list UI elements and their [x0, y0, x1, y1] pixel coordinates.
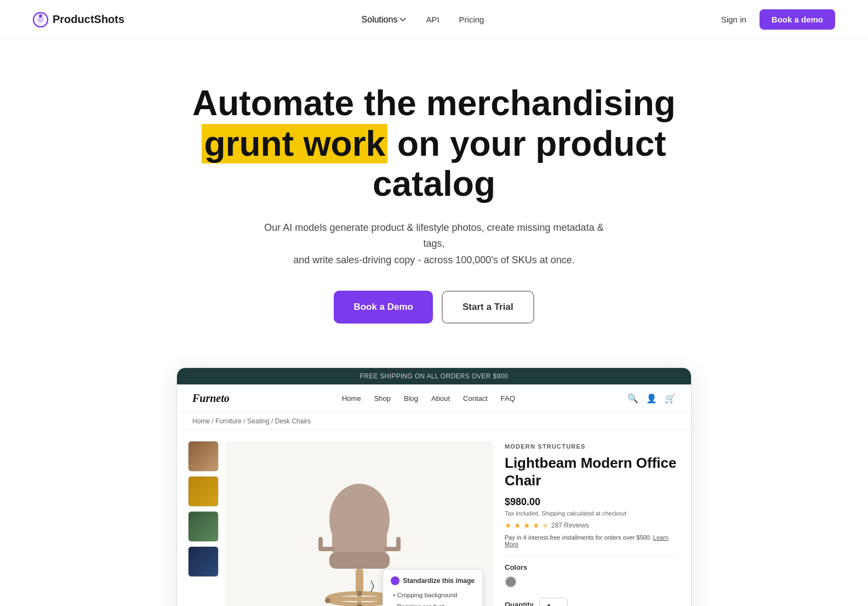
hero-title-line1: Automate the merchandising — [192, 83, 676, 123]
thumbnail-1[interactable] — [188, 441, 219, 472]
tooltip-title: Standardize this image — [403, 577, 475, 585]
hero-subtitle-line1: Our AI models generate product & lifesty… — [264, 222, 603, 250]
main-product-image: 〉 Standardize this image Cropping backgr… — [225, 441, 494, 606]
svg-rect-4 — [332, 503, 387, 558]
store-nav-blog[interactable]: Blog — [404, 394, 418, 403]
store-nav-shop[interactable]: Shop — [374, 394, 391, 403]
store-logo: Furneto — [192, 392, 230, 405]
store-topbar: FREE SHIPPING ON ALL ORDERS OVER $900 — [177, 368, 691, 384]
hero-section: Automate the merchandising grunt work on… — [133, 39, 735, 356]
store-nav-home[interactable]: Home — [342, 394, 361, 403]
star-half: ★ — [542, 521, 549, 530]
svg-rect-6 — [356, 569, 363, 593]
navbar: ProductShots Solutions API Pricing Sign … — [0, 0, 868, 39]
hero-buttons: Book a Demo Start a Trial — [165, 291, 703, 324]
star-rating: ★ ★ ★ ★ ★ 287 Reviews — [505, 521, 678, 530]
thumbnail-3[interactable] — [188, 511, 219, 542]
product-info: MODERN STRUCTURES Lightbeam Modern Offic… — [505, 430, 691, 606]
tooltip-items: Cropping background Resizing product App… — [391, 590, 475, 606]
search-icon[interactable]: 🔍 — [627, 393, 638, 404]
store-nav: Furneto Home Shop Blog About Contact FAQ… — [177, 384, 691, 413]
star-2: ★ — [514, 521, 521, 530]
color-swatch[interactable] — [505, 576, 517, 588]
star-1: ★ — [505, 521, 512, 530]
svg-point-2 — [39, 14, 42, 18]
svg-point-10 — [325, 598, 330, 603]
hero-subtitle-line2: and write sales-driving copy - across 10… — [293, 254, 575, 265]
nav-book-demo-button[interactable]: Book a demo — [760, 9, 835, 30]
logo-link[interactable]: ProductShots — [33, 12, 124, 27]
logo-icon — [33, 12, 48, 27]
tooltip-item-1: Cropping background — [393, 590, 475, 601]
nav-item-pricing[interactable]: Pricing — [459, 15, 484, 24]
user-icon[interactable]: 👤 — [646, 393, 657, 404]
product-images: 〉 Standardize this image Cropping backgr… — [177, 430, 505, 606]
product-price: $980.00 — [505, 496, 678, 508]
hero-subtitle: Our AI models generate product & lifesty… — [253, 220, 615, 269]
installment-text: Pay in 4 interest-free installments for … — [505, 534, 678, 547]
store-nav-contact[interactable]: Contact — [463, 394, 488, 403]
store-nav-faq[interactable]: FAQ — [501, 394, 515, 403]
star-3: ★ — [523, 521, 530, 530]
chevron-down-icon — [399, 18, 406, 22]
product-tax: Tax included. Shipping calculated at che… — [505, 510, 678, 517]
tooltip-logo-icon — [391, 576, 399, 585]
svg-rect-17 — [396, 537, 401, 549]
star-4: ★ — [533, 521, 540, 530]
store-nav-about[interactable]: About — [431, 394, 450, 403]
tooltip-header: Standardize this image — [391, 576, 475, 585]
product-layout: 〉 Standardize this image Cropping backgr… — [177, 430, 691, 606]
product-brand: MODERN STRUCTURES — [505, 443, 678, 450]
colors-label: Colors — [505, 563, 678, 571]
cart-icon[interactable]: 🛒 — [665, 393, 676, 404]
breadcrumb: Home / Furniture / Seating / Desk Chairs — [177, 413, 691, 430]
standardize-tooltip: Standardize this image Cropping backgrou… — [382, 569, 483, 606]
demo-window: FREE SHIPPING ON ALL ORDERS OVER $900 Fu… — [176, 367, 692, 606]
review-count: 287 Reviews — [551, 522, 589, 529]
breadcrumb-text: Home / Furniture / Seating / Desk Chairs — [192, 417, 311, 425]
hero-title-line2: on your product catalog — [373, 124, 666, 204]
nav-links: Solutions API Pricing — [362, 15, 484, 25]
hero-title: Automate the merchandising grunt work on… — [165, 83, 703, 205]
cursor-icon: 〉 — [370, 579, 374, 593]
store-nav-icons: 🔍 👤 🛒 — [627, 393, 676, 404]
quantity-input[interactable] — [539, 598, 568, 606]
quantity-label: Quantity — [505, 601, 534, 606]
quantity-row: Quantity — [505, 598, 678, 606]
store-nav-links: Home Shop Blog About Contact FAQ — [342, 393, 515, 403]
nav-right: Sign in Book a demo — [721, 9, 835, 30]
nav-item-solutions[interactable]: Solutions — [362, 15, 407, 25]
svg-rect-16 — [318, 537, 323, 549]
signin-link[interactable]: Sign in — [721, 15, 746, 24]
thumbnail-4[interactable] — [188, 546, 219, 577]
product-name: Lightbeam Modern Office Chair — [505, 454, 678, 490]
store-topbar-text: FREE SHIPPING ON ALL ORDERS OVER $900 — [360, 372, 509, 380]
logo-text: ProductShots — [53, 13, 124, 26]
nav-item-api[interactable]: API — [426, 15, 439, 24]
installment-label: Pay in 4 interest-free installments for … — [505, 534, 652, 541]
start-trial-button[interactable]: Start a Trial — [442, 291, 534, 324]
demo-window-wrap: FREE SHIPPING ON ALL ORDERS OVER $900 Fu… — [144, 367, 724, 606]
book-demo-button[interactable]: Book a Demo — [334, 291, 433, 324]
thumbnails — [188, 441, 219, 606]
divider — [505, 556, 678, 557]
hero-title-highlight: grunt work — [202, 124, 387, 163]
thumbnail-2[interactable] — [188, 476, 219, 507]
tooltip-item-2: Resizing product — [393, 601, 475, 606]
svg-point-13 — [357, 591, 362, 596]
svg-rect-5 — [329, 552, 390, 569]
